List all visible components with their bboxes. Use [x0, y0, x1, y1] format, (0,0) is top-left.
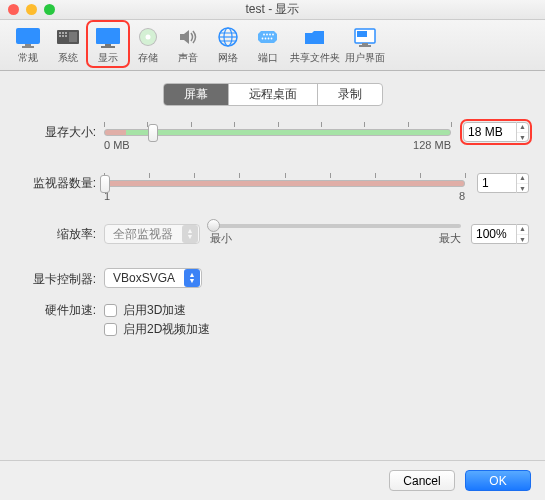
- video-memory-max: 128 MB: [413, 139, 451, 151]
- tab-bar: 屏幕 远程桌面 录制: [16, 83, 529, 106]
- toolbar-item-user-interface[interactable]: 用户界面: [342, 22, 388, 66]
- checkbox-box[interactable]: [104, 304, 117, 317]
- svg-rect-12: [105, 44, 111, 46]
- toolbar-item-system[interactable]: 系统: [48, 22, 88, 66]
- svg-rect-1: [25, 44, 31, 46]
- svg-point-24: [269, 34, 271, 36]
- scale-min: 最小: [210, 231, 232, 246]
- svg-rect-13: [101, 46, 115, 48]
- row-hw-accel: 硬件加速: 启用3D加速 启用2D视频加速: [16, 300, 529, 340]
- zoom-icon[interactable]: [44, 4, 55, 15]
- gfx-controller-value: VBoxSVGA: [105, 271, 183, 285]
- minimize-icon[interactable]: [26, 4, 37, 15]
- svg-rect-4: [59, 32, 61, 34]
- stepper[interactable]: ▲▼: [516, 122, 528, 142]
- ok-button[interactable]: OK: [465, 470, 531, 491]
- svg-point-28: [268, 38, 270, 40]
- svg-point-25: [272, 34, 274, 36]
- toolbar-item-storage[interactable]: 存储: [128, 22, 168, 66]
- label-scale-factor: 缩放率:: [16, 224, 104, 243]
- checkbox-box[interactable]: [104, 323, 117, 336]
- svg-point-22: [263, 34, 265, 36]
- row-scale-factor: 缩放率: 全部监视器 ▲▼ 最小 最大: [16, 224, 529, 246]
- scale-factor-field[interactable]: [472, 225, 512, 243]
- video-memory-slider[interactable]: [104, 129, 451, 136]
- slider-knob[interactable]: [207, 219, 220, 232]
- toolbar-item-network[interactable]: 网络: [208, 22, 248, 66]
- svg-point-27: [265, 38, 267, 40]
- updown-icon: ▲▼: [184, 269, 200, 287]
- svg-point-29: [271, 38, 273, 40]
- content-area: 屏幕 远程桌面 录制 显存大小: 0 MB 128 MB: [0, 71, 545, 460]
- label-gfx-controller: 显卡控制器:: [16, 269, 104, 288]
- gfx-controller-select[interactable]: VBoxSVGA ▲▼: [104, 268, 202, 288]
- label-video-memory: 显存大小:: [16, 122, 104, 141]
- svg-point-23: [266, 34, 268, 36]
- checkbox-2d-accel[interactable]: 启用2D视频加速: [104, 321, 529, 338]
- svg-rect-0: [16, 28, 40, 44]
- video-memory-field[interactable]: [464, 123, 512, 141]
- stepper-down-icon[interactable]: ▼: [517, 133, 528, 143]
- svg-rect-7: [59, 35, 61, 37]
- svg-rect-9: [65, 35, 67, 37]
- monitor-count-ticks: [104, 173, 465, 179]
- stepper-down-icon[interactable]: ▼: [517, 184, 528, 194]
- stepper-up-icon[interactable]: ▲: [517, 122, 528, 133]
- footer: Cancel OK: [0, 460, 545, 500]
- updown-icon: ▲▼: [182, 225, 198, 243]
- checkbox-2d-label: 启用2D视频加速: [123, 321, 210, 338]
- toolbar-item-general[interactable]: 常规: [8, 22, 48, 66]
- svg-rect-5: [62, 32, 64, 34]
- svg-rect-10: [69, 32, 77, 42]
- stepper-down-icon[interactable]: ▼: [517, 235, 528, 245]
- toolbar-item-shared-folders[interactable]: 共享文件夹: [288, 22, 342, 66]
- slider-thumb[interactable]: [148, 124, 158, 142]
- scale-slider[interactable]: [210, 224, 461, 228]
- toolbar-item-display[interactable]: 显示: [88, 22, 128, 66]
- slider-thumb[interactable]: [100, 175, 110, 193]
- row-video-memory: 显存大小: 0 MB 128 MB: [16, 122, 529, 151]
- window-title: test - 显示: [0, 1, 545, 18]
- video-memory-min: 0 MB: [104, 139, 130, 151]
- stepper-up-icon[interactable]: ▲: [517, 173, 528, 184]
- svg-rect-6: [65, 32, 67, 34]
- svg-rect-11: [96, 28, 120, 44]
- toolbar: 常规 系统 显示 存储 声音 网络 端口 共享文件夹 用户界面: [0, 20, 545, 71]
- cancel-button[interactable]: Cancel: [389, 470, 455, 491]
- svg-point-26: [262, 38, 264, 40]
- toolbar-item-audio[interactable]: 声音: [168, 22, 208, 66]
- traffic-lights: [8, 4, 55, 15]
- tab-recording[interactable]: 录制: [318, 84, 382, 105]
- settings-window: test - 显示 常规 系统 显示 存储 声音 网络 端口 共享文件夹 用户界…: [0, 0, 545, 500]
- monitor-count-input[interactable]: ▲▼: [477, 173, 529, 193]
- svg-point-16: [146, 35, 151, 40]
- svg-rect-32: [362, 43, 368, 45]
- row-monitor-count: 监视器数量: 1 8 ▲▼: [16, 173, 529, 202]
- svg-rect-31: [357, 31, 367, 37]
- row-gfx-controller: 显卡控制器: VBoxSVGA ▲▼: [16, 268, 529, 288]
- svg-rect-33: [359, 45, 371, 47]
- checkbox-3d-label: 启用3D加速: [123, 302, 186, 319]
- label-monitor-count: 监视器数量:: [16, 173, 104, 192]
- stepper[interactable]: ▲▼: [516, 173, 528, 193]
- tab-remote-desktop[interactable]: 远程桌面: [229, 84, 318, 105]
- monitor-count-field[interactable]: [478, 174, 512, 192]
- stepper-up-icon[interactable]: ▲: [517, 224, 528, 235]
- video-memory-input[interactable]: ▲▼: [463, 122, 529, 142]
- stepper[interactable]: ▲▼: [516, 224, 528, 244]
- svg-rect-2: [22, 46, 34, 48]
- monitor-select-value: 全部监视器: [105, 226, 181, 243]
- titlebar: test - 显示: [0, 0, 545, 20]
- close-icon[interactable]: [8, 4, 19, 15]
- tab-screen[interactable]: 屏幕: [164, 84, 229, 105]
- label-hw-accel: 硬件加速:: [16, 300, 104, 319]
- svg-rect-8: [62, 35, 64, 37]
- toolbar-item-ports[interactable]: 端口: [248, 22, 288, 66]
- monitor-select[interactable]: 全部监视器 ▲▼: [104, 224, 200, 244]
- monitor-count-max: 8: [459, 190, 465, 202]
- checkbox-3d-accel[interactable]: 启用3D加速: [104, 302, 529, 319]
- scale-max: 最大: [439, 231, 461, 246]
- scale-factor-input[interactable]: ▲▼: [471, 224, 529, 244]
- monitor-count-slider[interactable]: [104, 180, 465, 187]
